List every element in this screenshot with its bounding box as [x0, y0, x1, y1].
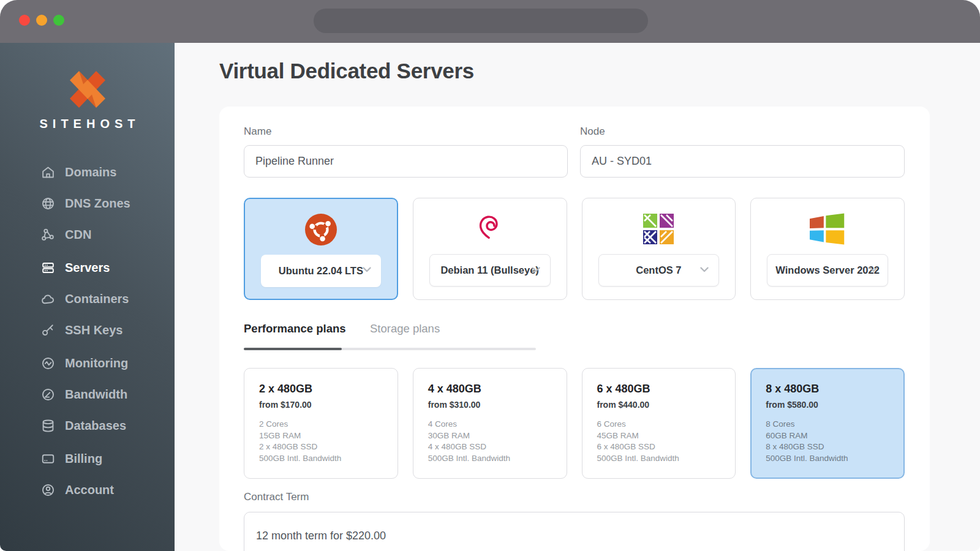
chevron-down-icon [700, 267, 709, 272]
plan-spec: 8 Cores [766, 419, 889, 430]
sidebar-item-label: Databases [65, 419, 126, 433]
sidebar-item-bandwidth[interactable]: Bandwidth [0, 384, 175, 404]
zoom-window-button[interactable] [53, 15, 64, 26]
sidebar-item-databases[interactable]: Databases [0, 416, 175, 435]
os-select-value: Windows Server 2022 [775, 264, 880, 276]
contract-term-label: Contract Term [244, 491, 309, 503]
sidebar: SITEHOST Domains DNS Zones CDN [0, 43, 175, 551]
sidebar-item-servers[interactable]: Servers [0, 258, 175, 277]
sidebar-item-label: Containers [65, 292, 129, 306]
sidebar-item-monitoring[interactable]: Monitoring [0, 353, 175, 373]
sitehost-logo-icon [69, 70, 106, 108]
sidebar-item-label: Account [65, 483, 114, 497]
contract-term-select[interactable]: 12 month term for $220.00 [244, 512, 905, 551]
window-controls [19, 15, 64, 26]
plan-title: 2 x 480GB [259, 383, 383, 395]
page-title: Virtual Dedicated Servers [219, 59, 474, 83]
create-server-form-card: Name Node [219, 107, 930, 551]
sidebar-item-label: Billing [65, 452, 102, 466]
minimize-window-button[interactable] [36, 15, 47, 26]
plan-title: 8 x 480GB [766, 383, 889, 395]
debian-logo-icon [474, 213, 506, 245]
gauge-icon [40, 387, 56, 402]
sidebar-item-billing[interactable]: Billing [0, 449, 175, 468]
sidebar-item-account[interactable]: Account [0, 480, 175, 500]
plan-card-2x480[interactable]: 2 x 480GB from $170.00 2 Cores 15GB RAM … [244, 368, 398, 479]
sidebar-item-dns-zones[interactable]: DNS Zones [0, 193, 175, 213]
debian-version-select[interactable]: Debian 11 (Bullseye) [429, 254, 551, 287]
ubuntu-logo-icon [305, 214, 337, 246]
chevron-down-icon [869, 267, 878, 272]
plan-specs: 6 Cores 45GB RAM 6 x 480GB SSD 500GB Int… [597, 419, 721, 464]
sidebar-item-label: CDN [65, 228, 91, 242]
centos-logo-icon [643, 213, 674, 245]
browser-window: SITEHOST Domains DNS Zones CDN [0, 0, 980, 551]
chevron-down-icon [363, 267, 371, 272]
ubuntu-version-select[interactable]: Ubuntu 22.04 LTS [261, 255, 381, 287]
node-input[interactable] [580, 145, 905, 178]
plan-price: from $580.00 [766, 400, 889, 410]
plan-card-6x480[interactable]: 6 x 480GB from $440.00 6 Cores 45GB RAM … [582, 368, 736, 479]
main-content: Virtual Dedicated Servers Name Node [175, 43, 980, 551]
sidebar-item-label: Monitoring [65, 356, 128, 370]
sidebar-item-label: Domains [65, 165, 116, 179]
plan-spec: 6 Cores [597, 419, 721, 430]
plan-card-4x480[interactable]: 4 x 480GB from $310.00 4 Cores 30GB RAM … [413, 368, 567, 479]
browser-titlebar [0, 0, 980, 43]
globe-icon [40, 196, 56, 211]
plan-spec: 60GB RAM [766, 430, 889, 442]
sidebar-item-containers[interactable]: Containers [0, 289, 175, 309]
os-card-windows[interactable]: Windows Server 2022 [750, 198, 905, 300]
os-select-value: CentOS 7 [636, 264, 681, 276]
tab-underline [244, 348, 536, 350]
brand-name: SITEHOST [0, 117, 175, 131]
plan-spec: 500GB Intl. Bandwidth [428, 453, 552, 465]
os-card-debian[interactable]: Debian 11 (Bullseye) [413, 198, 567, 300]
contract-term-value: 12 month term for $220.00 [256, 530, 386, 542]
plan-spec: 30GB RAM [428, 430, 552, 442]
os-select-value: Debian 11 (Bullseye) [440, 264, 538, 276]
tab-performance-plans[interactable]: Performance plans [244, 322, 346, 335]
plan-price: from $310.00 [428, 400, 552, 410]
plan-spec: 500GB Intl. Bandwidth [597, 453, 721, 465]
plan-specs: 2 Cores 15GB RAM 2 x 480GB SSD 500GB Int… [259, 419, 383, 464]
credit-card-icon [40, 451, 56, 467]
close-window-button[interactable] [19, 15, 30, 26]
os-card-grid: Ubuntu 22.04 LTS Debian 11 (Bullseye) [244, 198, 905, 300]
os-card-ubuntu[interactable]: Ubuntu 22.04 LTS [244, 198, 398, 300]
plan-spec: 15GB RAM [259, 430, 383, 442]
server-name-input[interactable] [244, 145, 568, 178]
sidebar-item-label: SSH Keys [65, 323, 123, 337]
sidebar-item-label: DNS Zones [65, 197, 130, 211]
plan-card-8x480[interactable]: 8 x 480GB from $580.00 8 Cores 60GB RAM … [750, 368, 905, 479]
key-icon [40, 323, 56, 338]
plan-spec: 2 x 480GB SSD [259, 441, 383, 453]
plan-spec: 45GB RAM [597, 430, 721, 442]
person-icon [40, 482, 56, 498]
chevron-down-icon [532, 267, 540, 272]
sidebar-item-ssh-keys[interactable]: SSH Keys [0, 320, 175, 340]
sidebar-item-domains[interactable]: Domains [0, 162, 175, 182]
windows-version-select[interactable]: Windows Server 2022 [767, 254, 888, 287]
plan-price: from $170.00 [259, 400, 383, 410]
brand: SITEHOST [0, 70, 175, 131]
windows-logo-icon [810, 213, 845, 245]
tab-underline-active [244, 348, 342, 350]
plan-price: from $440.00 [597, 400, 721, 410]
os-card-centos[interactable]: CentOS 7 [582, 198, 736, 300]
plan-spec: 8 x 480GB SSD [766, 441, 889, 453]
plan-specs: 8 Cores 60GB RAM 8 x 480GB SSD 500GB Int… [766, 419, 889, 464]
tab-storage-plans[interactable]: Storage plans [370, 322, 440, 335]
sidebar-item-label: Bandwidth [65, 388, 127, 402]
plan-spec: 500GB Intl. Bandwidth [766, 453, 889, 465]
centos-version-select[interactable]: CentOS 7 [598, 254, 720, 287]
address-bar[interactable] [314, 9, 648, 33]
plan-spec: 4 Cores [428, 419, 552, 430]
plan-specs: 4 Cores 30GB RAM 4 x 480GB SSD 500GB Int… [428, 419, 552, 464]
os-select-value: Ubuntu 22.04 LTS [279, 265, 363, 277]
plan-spec: 500GB Intl. Bandwidth [259, 453, 383, 465]
plan-title: 4 x 480GB [428, 383, 552, 395]
sidebar-item-cdn[interactable]: CDN [0, 225, 175, 244]
network-icon [40, 227, 56, 242]
sidebar-item-label: Servers [65, 261, 110, 275]
